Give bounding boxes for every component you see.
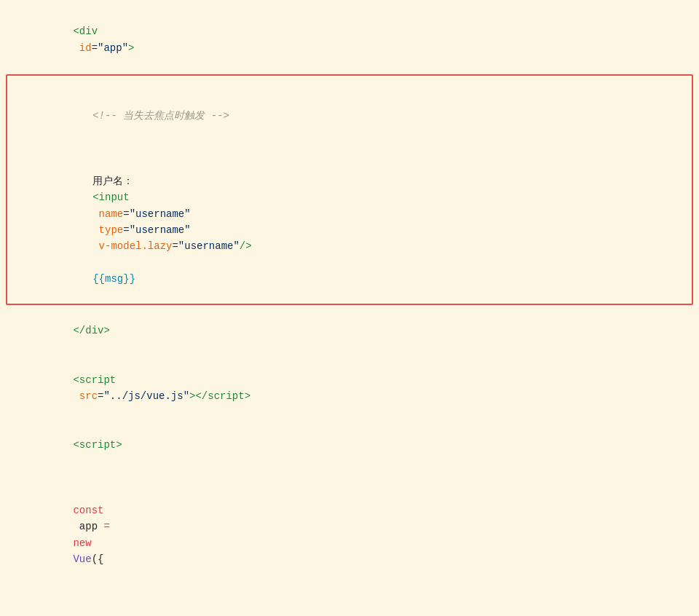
code-editor: <div id="app"> <!-- 当失去焦点时触发 --> 用户名： <i… bbox=[0, 0, 699, 616]
code-line-closediv: </div> bbox=[0, 307, 699, 355]
code-line-script-src: <script src="../js/vue.js"></script> bbox=[0, 355, 699, 421]
code-line-script-open: <script> bbox=[0, 421, 699, 470]
code-line-input: 用户名： <input name="username" type="userna… bbox=[7, 141, 692, 304]
code-line-1: <div id="app"> bbox=[0, 7, 699, 73]
code-line-el: el: '#app', bbox=[0, 584, 699, 616]
red-box-top: <!-- 当失去焦点时触发 --> 用户名： <input name="user… bbox=[6, 74, 693, 305]
code-line-comment: <!-- 当失去焦点时触发 --> bbox=[7, 76, 692, 141]
code-line-const: const app = new Vue({ bbox=[0, 470, 699, 584]
